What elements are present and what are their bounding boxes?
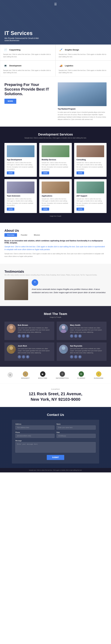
team-card-josh-rich: Josh Rich Quis amet lorem dolor lorem mo…: [4, 342, 54, 361]
contact-heading: Contact Us: [12, 413, 99, 417]
copywriting-icon: 📄: [3, 47, 8, 52]
message-label: Message: [15, 440, 96, 442]
solutions-image-inner: [58, 82, 107, 106]
name-label: Name: [57, 423, 96, 425]
brand-icon-brandit: B: [23, 371, 28, 377]
brand-icon-brigtime: ▶: [40, 371, 45, 377]
about-section: About Us Overview Founder Mission Brave …: [0, 223, 111, 264]
solutions-more-button[interactable]: MORE: [4, 99, 16, 104]
team-grid: Bob Brown Quis amet lorem dolor lorem mo…: [4, 322, 107, 361]
hero-section: ☰ IT Services We Provide Outsourced for …: [0, 0, 111, 44]
menu-icon[interactable]: ☰: [54, 2, 57, 6]
team-info-nat-reynolds: Nat Reynolds Quis amet lorem dolor lorem…: [70, 345, 104, 358]
services-grid: 📄 Copywriting Sample text. Click to sele…: [0, 44, 111, 76]
about-tabs: Overview Founder Mission: [4, 233, 107, 237]
service-description: Sample text. Click to select the text bo…: [59, 69, 108, 74]
svg-point-3: [61, 329, 66, 333]
dev-card-more-button[interactable]: MORE: [42, 172, 49, 174]
location-address-line2: New York, NY 92103-9000: [4, 397, 107, 402]
team-name: Josh Rich: [18, 345, 52, 347]
dev-card-image: [77, 182, 104, 194]
date-field-group: Date: [57, 432, 96, 438]
date-label: Date: [57, 432, 96, 433]
service-description: Sample text. Click to select the text bo…: [3, 53, 52, 58]
service-card-development: 💻 Development Sample text. Click to sele…: [0, 60, 56, 76]
linkedin-icon[interactable]: in: [78, 334, 82, 338]
twitter-icon[interactable]: t: [74, 334, 77, 338]
tab-overview[interactable]: Overview: [4, 233, 17, 237]
hero-title: IT Services: [4, 30, 107, 36]
phone-input[interactable]: [15, 434, 54, 438]
address-input[interactable]: [15, 426, 54, 430]
dev-card-more-button[interactable]: MORE: [77, 172, 84, 174]
brand-icon-classic: C: [79, 371, 84, 377]
dev-card-more-button[interactable]: MORE: [42, 208, 49, 210]
twitter-icon[interactable]: t: [22, 355, 25, 358]
ranked-label: Top Ranked Program: [58, 108, 107, 110]
location-address-line1: 121 Rock Sreet, 21 Avenue,: [4, 392, 107, 396]
date-input[interactable]: [57, 434, 96, 438]
dev-card-more-button[interactable]: MORE: [7, 208, 14, 210]
team-subtitle: Image by Freepik: [4, 316, 107, 318]
brand-logo-sunshine: ☀ Sunshine: [94, 371, 104, 379]
message-field-group: Message: [15, 440, 96, 452]
ranked-text: In muttu opus sed ut semper risus in hen…: [58, 111, 107, 121]
team-info-josh-rich: Josh Rich Quis amet lorem dolor lorem mo…: [18, 345, 52, 358]
service-card-header: 💻 Development: [3, 64, 52, 68]
dev-card-consulting: Consulting Sample text. Click to select …: [74, 143, 107, 177]
dev-card-applications: Applications Sample text. Click to selec…: [39, 179, 72, 213]
service-title: Development: [9, 64, 21, 67]
tab-mission[interactable]: Mission: [31, 233, 43, 237]
brand-name: BRIGTIME: [38, 377, 47, 379]
dev-card-description: Sample text. Click to select the text bo…: [77, 198, 104, 206]
message-textarea[interactable]: [15, 442, 96, 452]
dev-card-more-button[interactable]: MORE: [77, 208, 84, 210]
linkedin-icon[interactable]: in: [26, 355, 29, 358]
hero-subtitle: We Provide Outsourced for Small & Mid-si…: [4, 37, 43, 42]
solutions-left: Preparing For Your Success Provide Best …: [4, 82, 53, 104]
twitter-icon[interactable]: t: [22, 334, 25, 338]
facebook-icon[interactable]: f: [70, 334, 73, 338]
team-section: Meet The Team Image by Freepik Bob Brown…: [0, 306, 111, 367]
tab-founder[interactable]: Founder: [18, 233, 30, 237]
team-description: Quis amet lorem dolor lorem molestie arc…: [18, 348, 52, 354]
facebook-icon[interactable]: f: [18, 334, 21, 338]
dev-card-title: App Development: [7, 159, 34, 161]
service-card-copywriting: 📄 Copywriting Sample text. Click to sele…: [0, 44, 56, 60]
dev-services-grid: App Development Sample text. Click to se…: [4, 143, 107, 213]
svg-point-5: [8, 350, 14, 354]
brand-logo-classic: C CLASSIC: [77, 371, 85, 379]
service-card-header: 📄 Copywriting: [3, 47, 52, 52]
dev-card-description: Sample text. Click to select the text bo…: [77, 162, 104, 170]
dev-services-subtitle: Sample text. Click to select the text bo…: [4, 137, 107, 139]
facebook-icon[interactable]: f: [70, 355, 73, 358]
service-card-header: 🖌️ Graphic Design: [59, 47, 108, 52]
graphic-design-icon: 🖌️: [59, 47, 63, 52]
solutions-heading: Preparing For Your Success Provide Best …: [4, 82, 53, 96]
linkedin-icon[interactable]: in: [78, 355, 82, 358]
dev-card-more-button[interactable]: MORE: [7, 172, 14, 174]
avatar-bob-brown: [7, 324, 16, 333]
twitter-icon[interactable]: t: [74, 355, 77, 358]
team-description: Quis amet lorem dolor lorem molestie arc…: [18, 327, 52, 333]
dev-card-app-development: App Development Sample text. Click to se…: [4, 143, 37, 177]
about-description: Brave is an innovative web solution, whi…: [4, 240, 107, 244]
about-highlight: Sample text. Click to select the text bo…: [4, 245, 107, 251]
dev-card-title: Consulting: [77, 159, 104, 161]
dev-card-description: Sample text. Click to select the text bo…: [42, 198, 69, 206]
svg-point-6: [62, 346, 65, 350]
address-field-group: Address: [15, 423, 54, 430]
dev-card-title: Applications: [42, 195, 69, 197]
brand-logo-star: ★: [7, 372, 13, 378]
facebook-icon[interactable]: f: [18, 355, 21, 358]
brand-icon-informatica: i: [60, 371, 65, 377]
team-info-bob-brown: Bob Brown Quis amet lorem dolor lorem mo…: [18, 324, 52, 338]
testimonials-layout: “ Amet luctus venenatis lectus magna fri…: [4, 279, 107, 300]
brand-logo-brigtime: ▶ BRIGTIME: [38, 371, 47, 379]
submit-button[interactable]: SUBMIT: [47, 455, 64, 460]
brand-name: Sunshine: [94, 377, 104, 379]
dev-card-description: Sample text. Click to select the text bo…: [7, 162, 34, 170]
dev-card-description: Sample text. Click to select the text bo…: [42, 162, 69, 170]
linkedin-icon[interactable]: in: [26, 334, 29, 338]
name-input[interactable]: [57, 426, 96, 430]
